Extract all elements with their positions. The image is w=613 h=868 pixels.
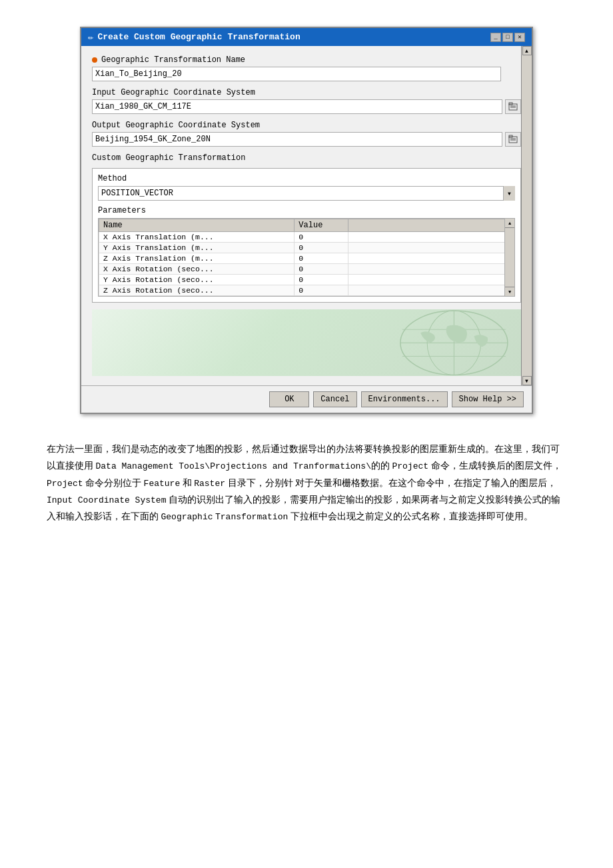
close-button[interactable]: ✕ bbox=[514, 33, 525, 42]
custom-transform-label: Custom Geographic Transformation bbox=[92, 153, 521, 163]
inline-code-2: Project bbox=[392, 461, 428, 471]
params-label: Parameters bbox=[98, 206, 515, 215]
output-coord-input[interactable] bbox=[92, 132, 502, 147]
required-indicator bbox=[92, 57, 97, 63]
param-value-cell: 0 bbox=[295, 275, 348, 285]
description-text: 在方法一里面，我们是动态的改变了地图的投影，然后通过数据导出的办法将要转换投影的… bbox=[40, 441, 573, 525]
maximize-button[interactable]: □ bbox=[502, 33, 513, 42]
param-empty-cell bbox=[348, 253, 514, 264]
dialog-body: Geographic Transformation Name Input Geo… bbox=[81, 46, 532, 385]
output-coord-section: Output Geographic Coordinate System bbox=[92, 121, 521, 147]
param-name-cell: Y Axis Translation (m... bbox=[99, 243, 295, 253]
browse-icon bbox=[508, 102, 518, 111]
param-empty-cell bbox=[348, 264, 514, 275]
output-coord-label: Output Geographic Coordinate System bbox=[92, 121, 521, 130]
cancel-button[interactable]: Cancel bbox=[313, 391, 356, 407]
method-select[interactable]: POSITION_VECTOR bbox=[98, 186, 515, 201]
method-select-wrapper: POSITION_VECTOR ▼ bbox=[98, 186, 515, 201]
dialog-icon: ✏ bbox=[88, 31, 93, 43]
param-empty-cell bbox=[348, 275, 514, 285]
dialog-window: ✏ Create Custom Geographic Transformatio… bbox=[80, 27, 533, 414]
param-value-cell: 0 bbox=[295, 253, 348, 264]
description-paragraph: 在方法一里面，我们是动态的改变了地图的投影，然后通过数据导出的办法将要转换投影的… bbox=[47, 441, 566, 525]
transform-name-section: Geographic Transformation Name bbox=[92, 55, 521, 81]
scroll-down-arrow[interactable]: ▼ bbox=[522, 376, 532, 385]
table-row: Z Axis Rotation (seco...0 bbox=[99, 285, 514, 296]
method-select-row: POSITION_VECTOR ▼ bbox=[98, 186, 515, 201]
param-name-cell: X Axis Rotation (seco... bbox=[99, 264, 295, 275]
input-coord-section: Input Geographic Coordinate System bbox=[92, 88, 521, 114]
param-value-cell: 0 bbox=[295, 243, 348, 253]
table-row: X Axis Rotation (seco...0 bbox=[99, 264, 514, 275]
globe-visualization bbox=[92, 309, 521, 376]
param-value-cell: 0 bbox=[295, 264, 348, 275]
table-scroll-up-arrow[interactable]: ▲ bbox=[505, 219, 514, 228]
col-name-header: Name bbox=[99, 219, 295, 232]
param-name-cell: X Axis Translation (m... bbox=[99, 232, 295, 243]
minimize-button[interactable]: _ bbox=[490, 33, 501, 42]
custom-transform-box: Method POSITION_VECTOR ▼ Parameters bbox=[92, 168, 521, 303]
inline-code-4: Feature bbox=[144, 479, 181, 489]
show-help-button[interactable]: Show Help >> bbox=[452, 391, 524, 407]
globe-svg bbox=[92, 309, 521, 376]
browse-icon-2 bbox=[508, 135, 518, 144]
titlebar-controls: _ □ ✕ bbox=[490, 33, 525, 42]
scroll-up-arrow[interactable]: ▲ bbox=[522, 46, 532, 55]
dialog-title: Create Custom Geographic Transformation bbox=[97, 32, 300, 42]
method-label: Method bbox=[98, 174, 515, 183]
dialog-footer: OK Cancel Environments... Show Help >> bbox=[81, 385, 532, 413]
table-scrollbar[interactable]: ▲ ▼ bbox=[504, 219, 514, 296]
inline-code-6: Input Coordinate System bbox=[47, 495, 166, 505]
custom-transform-section: Custom Geographic Transformation Method … bbox=[92, 153, 521, 303]
dialog-scrollbar[interactable]: ▲ ▼ bbox=[521, 46, 532, 385]
inline-code-8: Transformation bbox=[215, 512, 288, 522]
dialog-titlebar: ✏ Create Custom Geographic Transformatio… bbox=[81, 28, 532, 46]
table-scroll-down-arrow[interactable]: ▼ bbox=[505, 287, 514, 296]
output-coord-browse-button[interactable] bbox=[505, 132, 521, 147]
param-value-cell: 0 bbox=[295, 232, 348, 243]
transform-name-input[interactable] bbox=[92, 67, 501, 81]
param-empty-cell bbox=[348, 232, 514, 243]
params-table-container: Name Value X Axis Translation (m...0Y Ax… bbox=[98, 218, 515, 297]
param-name-cell: Z Axis Rotation (seco... bbox=[99, 285, 295, 296]
table-row: Z Axis Translation (m...0 bbox=[99, 253, 514, 264]
input-coord-row bbox=[92, 99, 521, 114]
input-coord-browse-button[interactable] bbox=[505, 99, 521, 114]
param-name-cell: Y Axis Rotation (seco... bbox=[99, 275, 295, 285]
params-table: Name Value X Axis Translation (m...0Y Ax… bbox=[99, 219, 514, 296]
titlebar-left: ✏ Create Custom Geographic Transformatio… bbox=[88, 31, 301, 43]
param-empty-cell bbox=[348, 243, 514, 253]
col-empty-header bbox=[348, 219, 514, 232]
input-coord-input[interactable] bbox=[92, 99, 502, 114]
inline-code-5: Raster bbox=[194, 479, 225, 489]
transform-name-label: Geographic Transformation Name bbox=[92, 55, 521, 65]
table-row: Y Axis Translation (m...0 bbox=[99, 243, 514, 253]
col-value-header: Value bbox=[295, 219, 348, 232]
ok-button[interactable]: OK bbox=[269, 391, 309, 407]
output-coord-row bbox=[92, 132, 521, 147]
inline-code-7: Geographic bbox=[161, 512, 213, 522]
param-name-cell: Z Axis Translation (m... bbox=[99, 253, 295, 264]
param-value-cell: 0 bbox=[295, 285, 348, 296]
param-empty-cell bbox=[348, 285, 514, 296]
input-coord-label: Input Geographic Coordinate System bbox=[92, 88, 521, 97]
inline-code-1: Data Management Tools\Projections and Tr… bbox=[96, 461, 371, 471]
inline-code-3: Project bbox=[47, 479, 83, 489]
environments-button[interactable]: Environments... bbox=[361, 391, 448, 407]
table-row: Y Axis Rotation (seco...0 bbox=[99, 275, 514, 285]
table-row: X Axis Translation (m...0 bbox=[99, 232, 514, 243]
